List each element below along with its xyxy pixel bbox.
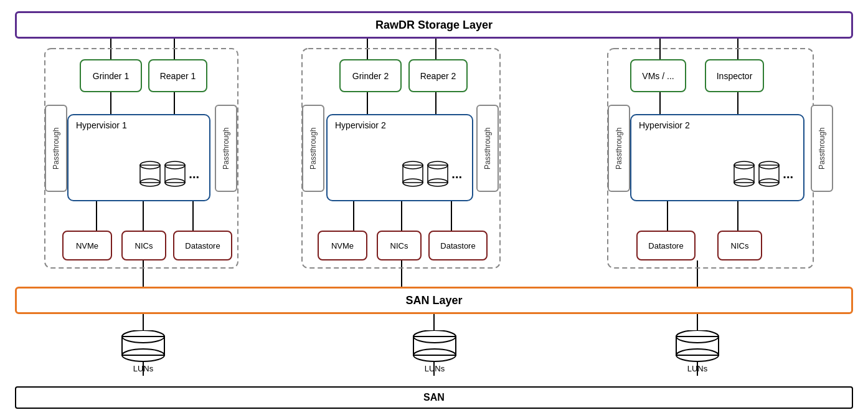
- hypervisor-3: Hypervisior 2 ...: [630, 114, 804, 201]
- san-layer-label: SAN Layer: [405, 294, 462, 307]
- svg-rect-58: [413, 336, 456, 355]
- san-layer: SAN Layer: [15, 287, 853, 314]
- svg-rect-61: [676, 336, 719, 355]
- datastore-c1: Datastore: [173, 231, 232, 260]
- svg-rect-55: [122, 336, 164, 355]
- luns-3: LUNs: [674, 330, 721, 373]
- inspector-box: Inspector: [705, 59, 764, 92]
- luns-1: LUNs: [120, 330, 167, 373]
- passthrough-right-c2: Passthrough: [476, 105, 499, 192]
- reaper-1: Reaper 1: [148, 59, 207, 92]
- passthrough-left-c2: Passthrough: [302, 105, 324, 192]
- nics-c2: NICs: [377, 231, 422, 260]
- san-bar: SAN: [15, 386, 853, 409]
- hypervisor-2: Hypervisior 2 ...: [326, 114, 473, 201]
- passthrough-left-c1: Passthrough: [45, 105, 67, 192]
- luns-2: LUNs: [411, 330, 458, 373]
- vms-box: VMs / ...: [630, 59, 686, 92]
- rawdr-storage-layer: RawDR Storage Layer: [15, 11, 853, 39]
- nics-c3: NICs: [717, 231, 762, 260]
- datastore-c2: Datastore: [428, 231, 488, 260]
- passthrough-left-c3: Passthrough: [608, 105, 630, 192]
- datastore-c3: Datastore: [636, 231, 696, 260]
- nvme-c2: NVMe: [318, 231, 367, 260]
- diagram-container: RawDR Storage Layer SAN Layer SAN: [0, 0, 868, 420]
- hypervisor-1: Hypervisior 1 ...: [67, 114, 210, 201]
- grinder-1: Grinder 1: [80, 59, 142, 92]
- passthrough-right-c3: Passthrough: [811, 105, 833, 192]
- san-bar-label: SAN: [423, 392, 445, 403]
- reaper-2: Reaper 2: [408, 59, 468, 92]
- passthrough-right-c1: Passthrough: [215, 105, 237, 192]
- nics-c1: NICs: [121, 231, 166, 260]
- nvme-c1: NVMe: [62, 231, 112, 260]
- rawdr-label: RawDR Storage Layer: [375, 19, 493, 32]
- grinder-2: Grinder 2: [339, 59, 402, 92]
